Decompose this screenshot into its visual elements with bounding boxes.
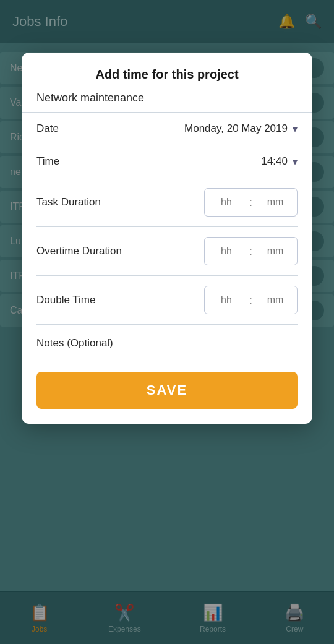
task-duration-label: Task Duration	[36, 196, 101, 208]
task-duration-row: Task Duration :	[36, 178, 298, 227]
time-value[interactable]: 14:40 ▾	[261, 155, 298, 168]
modal-header: Add time for this project	[22, 53, 312, 87]
time-chevron-icon: ▾	[293, 156, 298, 168]
time-text: 14:40	[261, 155, 288, 168]
task-duration-input-group[interactable]: :	[204, 188, 298, 217]
date-text: Monday, 20 May 2019	[184, 122, 288, 135]
overtime-duration-mm-input[interactable]	[254, 238, 297, 265]
task-duration-mm-input[interactable]	[254, 189, 297, 216]
save-button[interactable]: SAVE	[36, 372, 298, 409]
time-row[interactable]: Time 14:40 ▾	[36, 145, 298, 178]
task-duration-colon: :	[248, 196, 254, 209]
notes-label: Notes (Optional)	[36, 337, 113, 349]
double-time-mm-input[interactable]	[254, 286, 297, 314]
date-label: Date	[36, 122, 59, 135]
double-time-row: Double Time :	[36, 276, 298, 325]
overtime-duration-input-group[interactable]: :	[204, 237, 298, 265]
double-time-label: Double Time	[36, 294, 95, 306]
modal-footer: SAVE	[22, 362, 312, 424]
date-value[interactable]: Monday, 20 May 2019 ▾	[184, 122, 298, 135]
time-label: Time	[36, 155, 59, 168]
project-name-text: Network maintenance	[36, 92, 144, 104]
modal-overlay: Add time for this project Network mainte…	[0, 0, 334, 644]
overtime-duration-hh-input[interactable]	[205, 238, 248, 265]
project-name-row: Network maintenance	[22, 87, 312, 113]
modal-title: Add time for this project	[95, 67, 238, 81]
double-time-input-group[interactable]: :	[204, 286, 298, 314]
modal-body: Date Monday, 20 May 2019 ▾ Time 14:40 ▾ …	[22, 113, 312, 362]
task-duration-hh-input[interactable]	[205, 189, 248, 216]
notes-row: Notes (Optional)	[36, 325, 298, 362]
date-chevron-icon: ▾	[293, 123, 298, 135]
modal: Add time for this project Network mainte…	[22, 53, 312, 424]
date-row[interactable]: Date Monday, 20 May 2019 ▾	[36, 113, 298, 145]
overtime-duration-row: Overtime Duration :	[36, 227, 298, 276]
overtime-duration-label: Overtime Duration	[36, 245, 122, 257]
overtime-duration-colon: :	[248, 245, 254, 258]
double-time-hh-input[interactable]	[205, 286, 248, 314]
double-time-colon: :	[248, 294, 254, 307]
